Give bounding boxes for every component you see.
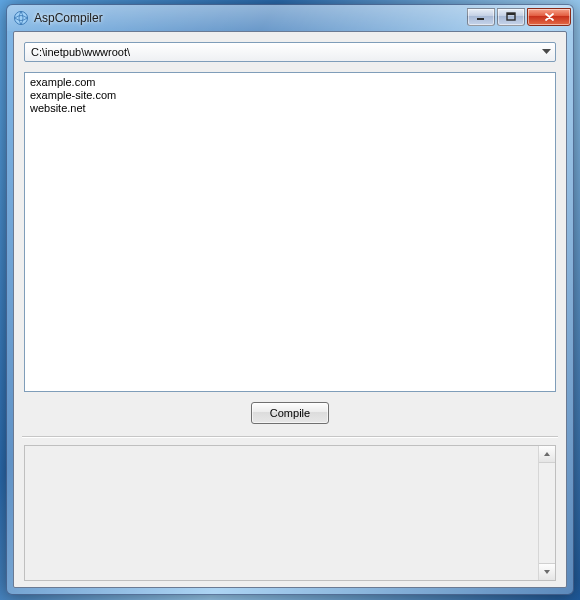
close-button[interactable] (527, 8, 571, 26)
chevron-down-icon (538, 44, 553, 60)
path-dropdown-value: C:\inetpub\wwwroot\ (31, 46, 538, 58)
app-window: AspCompiler C:\inetpub\wwwroot\ example.… (6, 4, 574, 595)
scroll-track[interactable] (539, 463, 555, 563)
window-title: AspCompiler (34, 11, 103, 25)
compile-button[interactable]: Compile (251, 402, 329, 424)
separator (22, 436, 558, 437)
svg-point-0 (15, 12, 28, 25)
scroll-down-icon[interactable] (539, 563, 555, 580)
titlebar[interactable]: AspCompiler (7, 5, 573, 31)
scroll-up-icon[interactable] (539, 446, 555, 463)
scrollbar[interactable] (538, 446, 555, 580)
app-icon (13, 10, 29, 26)
maximize-button[interactable] (497, 8, 525, 26)
client-area: C:\inetpub\wwwroot\ example.comexample-s… (13, 31, 567, 588)
window-buttons (467, 8, 571, 26)
path-dropdown[interactable]: C:\inetpub\wwwroot\ (24, 42, 556, 62)
output-text[interactable] (25, 446, 538, 580)
svg-rect-3 (507, 13, 515, 15)
output-panel (24, 445, 556, 581)
list-item[interactable]: website.net (30, 102, 550, 115)
list-item[interactable]: example.com (30, 76, 550, 89)
minimize-button[interactable] (467, 8, 495, 26)
svg-rect-1 (477, 18, 484, 20)
list-item[interactable]: example-site.com (30, 89, 550, 102)
sites-listbox[interactable]: example.comexample-site.comwebsite.net (24, 72, 556, 392)
action-row: Compile (24, 392, 556, 436)
